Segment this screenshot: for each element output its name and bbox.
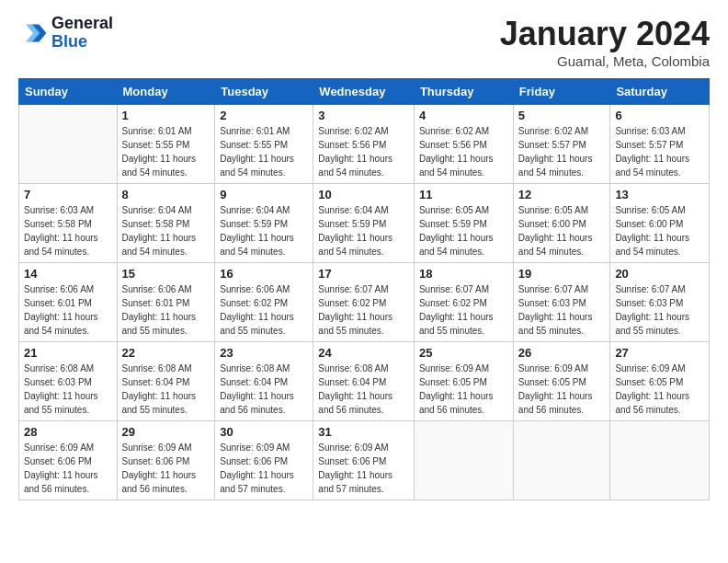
col-wednesday: Wednesday [313, 79, 415, 105]
sunrise-line: Sunrise: 6:05 AM [419, 203, 508, 217]
daylight-minutes: and 57 minutes. [220, 482, 308, 496]
daylight-minutes: and 55 minutes. [318, 324, 409, 338]
sunset-line: Sunset: 5:55 PM [220, 138, 308, 152]
sunrise-line: Sunrise: 6:07 AM [615, 282, 704, 296]
daylight-label: Daylight: 11 hours [318, 310, 409, 324]
calendar: Sunday Monday Tuesday Wednesday Thursday… [18, 78, 710, 500]
location: Guamal, Meta, Colombia [500, 53, 710, 69]
daylight-label: Daylight: 11 hours [419, 389, 508, 403]
day-number: 13 [615, 188, 704, 201]
daylight-label: Daylight: 11 hours [220, 468, 308, 482]
sunset-line: Sunset: 6:03 PM [615, 296, 704, 310]
sunset-line: Sunset: 5:58 PM [122, 217, 210, 231]
daylight-label: Daylight: 11 hours [318, 152, 409, 166]
daylight-label: Daylight: 11 hours [122, 231, 210, 245]
table-row [19, 105, 118, 184]
table-row: 16Sunrise: 6:06 AMSunset: 6:02 PMDayligh… [215, 263, 313, 342]
day-detail: Sunrise: 6:08 AMSunset: 6:04 PMDaylight:… [220, 362, 308, 417]
table-row: 26Sunrise: 6:09 AMSunset: 6:05 PMDayligh… [513, 342, 610, 421]
daylight-minutes: and 55 minutes. [24, 403, 112, 417]
daylight-label: Daylight: 11 hours [220, 389, 308, 403]
day-detail: Sunrise: 6:01 AMSunset: 5:55 PMDaylight:… [122, 124, 210, 179]
table-row: 20Sunrise: 6:07 AMSunset: 6:03 PMDayligh… [610, 263, 710, 342]
col-sunday: Sunday [19, 79, 118, 105]
sunrise-line: Sunrise: 6:05 AM [615, 203, 704, 217]
calendar-week-row: 7Sunrise: 6:03 AMSunset: 5:58 PMDaylight… [19, 184, 710, 263]
sunset-line: Sunset: 6:06 PM [122, 454, 210, 468]
title-block: January 2024 Guamal, Meta, Colombia [500, 15, 710, 69]
sunset-line: Sunset: 5:57 PM [615, 138, 704, 152]
daylight-minutes: and 55 minutes. [220, 324, 308, 338]
table-row: 5Sunrise: 6:02 AMSunset: 5:57 PMDaylight… [513, 105, 610, 184]
daylight-label: Daylight: 11 hours [122, 389, 210, 403]
table-row: 11Sunrise: 6:05 AMSunset: 5:59 PMDayligh… [414, 184, 513, 263]
table-row: 21Sunrise: 6:08 AMSunset: 6:03 PMDayligh… [19, 342, 118, 421]
day-number: 10 [318, 188, 409, 201]
daylight-label: Daylight: 11 hours [419, 152, 508, 166]
daylight-label: Daylight: 11 hours [318, 231, 409, 245]
table-row: 10Sunrise: 6:04 AMSunset: 5:59 PMDayligh… [313, 184, 415, 263]
sunrise-line: Sunrise: 6:07 AM [318, 282, 409, 296]
daylight-label: Daylight: 11 hours [518, 389, 606, 403]
day-number: 24 [318, 346, 409, 360]
sunset-line: Sunset: 6:02 PM [419, 296, 508, 310]
daylight-label: Daylight: 11 hours [220, 310, 308, 324]
sunset-line: Sunset: 6:04 PM [220, 375, 308, 389]
daylight-minutes: and 54 minutes. [122, 245, 210, 259]
daylight-label: Daylight: 11 hours [220, 231, 308, 245]
table-row: 1Sunrise: 6:01 AMSunset: 5:55 PMDaylight… [117, 105, 215, 184]
day-number: 7 [24, 188, 112, 201]
daylight-minutes: and 55 minutes. [615, 324, 704, 338]
sunrise-line: Sunrise: 6:08 AM [24, 362, 112, 375]
day-number: 19 [518, 267, 606, 281]
sunset-line: Sunset: 6:02 PM [220, 296, 308, 310]
day-detail: Sunrise: 6:02 AMSunset: 5:56 PMDaylight:… [318, 124, 409, 179]
day-detail: Sunrise: 6:01 AMSunset: 5:55 PMDaylight:… [220, 124, 308, 179]
sunset-line: Sunset: 6:03 PM [518, 296, 606, 310]
table-row: 31Sunrise: 6:09 AMSunset: 6:06 PMDayligh… [313, 421, 415, 500]
sunrise-line: Sunrise: 6:09 AM [220, 441, 308, 454]
sunrise-line: Sunrise: 6:04 AM [318, 203, 409, 217]
calendar-week-row: 14Sunrise: 6:06 AMSunset: 6:01 PMDayligh… [19, 263, 710, 342]
daylight-minutes: and 56 minutes. [122, 482, 210, 496]
day-detail: Sunrise: 6:06 AMSunset: 6:01 PMDaylight:… [24, 282, 112, 338]
sunset-line: Sunset: 6:05 PM [419, 375, 508, 389]
sunset-line: Sunset: 6:01 PM [122, 296, 210, 310]
day-number: 11 [419, 188, 508, 201]
page: General Blue January 2024 Guamal, Meta, … [0, 0, 728, 510]
daylight-label: Daylight: 11 hours [122, 310, 210, 324]
day-number: 26 [518, 346, 606, 360]
day-number: 21 [24, 346, 112, 360]
logo: General Blue [18, 15, 113, 52]
day-detail: Sunrise: 6:06 AMSunset: 6:01 PMDaylight:… [122, 282, 210, 338]
daylight-minutes: and 54 minutes. [615, 245, 704, 259]
sunset-line: Sunset: 6:01 PM [24, 296, 112, 310]
calendar-week-row: 21Sunrise: 6:08 AMSunset: 6:03 PMDayligh… [19, 342, 710, 421]
day-detail: Sunrise: 6:07 AMSunset: 6:03 PMDaylight:… [615, 282, 704, 338]
sunrise-line: Sunrise: 6:07 AM [518, 282, 606, 296]
daylight-minutes: and 56 minutes. [220, 403, 308, 417]
day-number: 28 [24, 425, 112, 439]
table-row: 27Sunrise: 6:09 AMSunset: 6:05 PMDayligh… [610, 342, 710, 421]
day-detail: Sunrise: 6:07 AMSunset: 6:02 PMDaylight:… [419, 282, 508, 338]
table-row: 13Sunrise: 6:05 AMSunset: 6:00 PMDayligh… [610, 184, 710, 263]
day-number: 2 [220, 109, 308, 122]
sunset-line: Sunset: 6:04 PM [318, 375, 409, 389]
daylight-label: Daylight: 11 hours [419, 231, 508, 245]
day-detail: Sunrise: 6:07 AMSunset: 6:03 PMDaylight:… [518, 282, 606, 338]
daylight-minutes: and 54 minutes. [24, 245, 112, 259]
sunrise-line: Sunrise: 6:01 AM [122, 124, 210, 138]
sunset-line: Sunset: 5:56 PM [318, 138, 409, 152]
table-row: 23Sunrise: 6:08 AMSunset: 6:04 PMDayligh… [215, 342, 313, 421]
daylight-minutes: and 56 minutes. [318, 403, 409, 417]
daylight-label: Daylight: 11 hours [615, 231, 704, 245]
day-detail: Sunrise: 6:09 AMSunset: 6:05 PMDaylight:… [518, 362, 606, 417]
table-row: 17Sunrise: 6:07 AMSunset: 6:02 PMDayligh… [313, 263, 415, 342]
sunrise-line: Sunrise: 6:09 AM [518, 362, 606, 375]
daylight-label: Daylight: 11 hours [518, 310, 606, 324]
daylight-minutes: and 54 minutes. [615, 166, 704, 179]
sunset-line: Sunset: 5:58 PM [24, 217, 112, 231]
daylight-minutes: and 55 minutes. [419, 324, 508, 338]
table-row: 3Sunrise: 6:02 AMSunset: 5:56 PMDaylight… [313, 105, 415, 184]
day-detail: Sunrise: 6:09 AMSunset: 6:06 PMDaylight:… [122, 441, 210, 496]
